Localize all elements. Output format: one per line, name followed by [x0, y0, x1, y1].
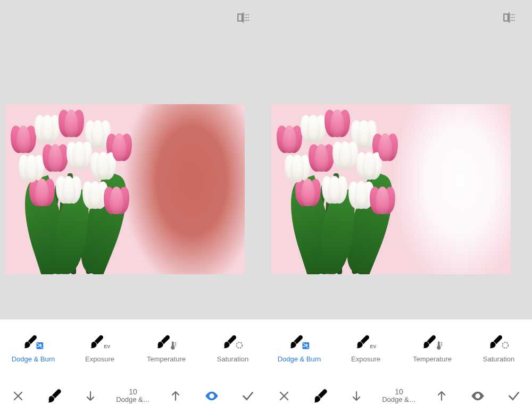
cancel-button[interactable] [7, 385, 29, 407]
confirm-button[interactable] [503, 385, 525, 407]
decrease-button[interactable] [346, 385, 367, 407]
svg-point-10 [244, 20, 245, 21]
value-label: Dodge &… [382, 396, 416, 403]
svg-rect-14 [37, 346, 39, 347]
brush-temperature-icon [156, 335, 177, 351]
svg-point-27 [512, 14, 513, 15]
svg-point-8 [246, 17, 247, 18]
adjustment-label: Dodge & Burn [12, 355, 55, 363]
svg-point-33 [512, 20, 513, 21]
adjustments-row: Dodge & Burn EV Exposure Temperature Sat… [0, 319, 266, 378]
adjustment-exposure[interactable]: EV Exposure [332, 319, 399, 378]
value-display[interactable]: 10 Dodge &… [382, 388, 416, 404]
brush-exposure-icon: EV [89, 335, 111, 351]
svg-point-31 [514, 17, 515, 18]
adjustment-temperature[interactable]: Temperature [133, 319, 200, 378]
svg-rect-44 [440, 345, 442, 345]
confirm-button[interactable] [237, 385, 259, 407]
svg-point-45 [502, 342, 508, 348]
svg-point-24 [211, 394, 213, 397]
adjustment-saturation[interactable]: Saturation [466, 319, 532, 378]
visibility-toggle[interactable] [201, 385, 222, 407]
canvas-area [266, 0, 532, 319]
svg-point-30 [512, 17, 513, 18]
svg-point-4 [244, 14, 245, 15]
svg-point-9 [248, 17, 249, 18]
svg-point-7 [244, 17, 245, 18]
adjustments-row: Dodge & Burn EV Exposure Temperature Sat… [266, 319, 532, 378]
adjustment-label: Saturation [217, 355, 248, 363]
value-display[interactable]: 10 Dodge &… [116, 388, 150, 404]
svg-point-34 [514, 20, 515, 21]
svg-rect-22 [174, 345, 176, 345]
brush-dodge-burn-icon [23, 335, 44, 351]
value-label: Dodge &… [116, 396, 150, 403]
value-number: 10 [395, 388, 403, 396]
svg-rect-42 [440, 342, 442, 343]
svg-rect-43 [440, 343, 442, 344]
svg-point-28 [514, 14, 515, 15]
increase-button[interactable] [431, 385, 452, 407]
svg-point-46 [477, 394, 479, 397]
svg-text:EV: EV [370, 343, 376, 349]
visibility-toggle[interactable] [467, 385, 488, 407]
editor-panel-left: Dodge & Burn EV Exposure Temperature Sat… [0, 0, 266, 413]
svg-point-32 [510, 20, 511, 21]
svg-point-11 [246, 20, 247, 21]
adjustment-temperature[interactable]: Temperature [399, 319, 466, 378]
cancel-button[interactable] [273, 385, 295, 407]
adjustment-label: Temperature [147, 355, 186, 363]
svg-rect-36 [303, 346, 305, 347]
svg-point-26 [510, 14, 511, 15]
svg-point-23 [236, 342, 242, 348]
adjustment-dodge-burn[interactable]: Dodge & Burn [0, 319, 66, 378]
brush-saturation-icon [222, 335, 244, 351]
edited-image[interactable] [271, 104, 511, 274]
brush-tool-button[interactable] [310, 385, 331, 407]
adjustment-label: Exposure [85, 355, 114, 363]
adjustment-saturation[interactable]: Saturation [200, 319, 266, 378]
adjustment-label: Temperature [413, 355, 452, 363]
compare-icon[interactable] [236, 11, 250, 27]
compare-icon[interactable] [502, 11, 516, 27]
svg-rect-16 [39, 344, 42, 345]
svg-rect-38 [305, 344, 308, 345]
svg-point-5 [246, 14, 247, 15]
adjustment-label: Saturation [483, 355, 514, 363]
canvas-area [0, 0, 266, 319]
adjustment-exposure[interactable]: EV Exposure [66, 319, 133, 378]
bottom-toolbar: 10 Dodge &… [266, 378, 532, 413]
edited-image[interactable] [5, 104, 245, 274]
value-number: 10 [129, 388, 137, 396]
svg-point-19 [171, 345, 174, 349]
brush-temperature-icon [422, 335, 443, 351]
brush-exposure-icon: EV [355, 335, 377, 351]
adjustment-dodge-burn[interactable]: Dodge & Burn [266, 319, 332, 378]
increase-button[interactable] [165, 385, 186, 407]
svg-rect-20 [174, 342, 176, 343]
decrease-button[interactable] [80, 385, 101, 407]
svg-rect-21 [174, 343, 176, 344]
svg-rect-25 [504, 14, 508, 21]
svg-point-29 [510, 17, 511, 18]
adjustment-label: Exposure [351, 355, 380, 363]
svg-point-41 [437, 345, 440, 349]
svg-point-12 [248, 20, 249, 21]
brush-tool-button[interactable] [44, 385, 65, 407]
svg-point-6 [248, 14, 249, 15]
adjustment-label: Dodge & Burn [278, 355, 321, 363]
brush-dodge-burn-icon [289, 335, 310, 351]
brush-saturation-icon [488, 335, 510, 351]
bottom-toolbar: 10 Dodge &… [0, 378, 266, 413]
editor-panel-right: Dodge & Burn EV Exposure Temperature Sat… [266, 0, 532, 413]
svg-text:EV: EV [104, 343, 110, 349]
